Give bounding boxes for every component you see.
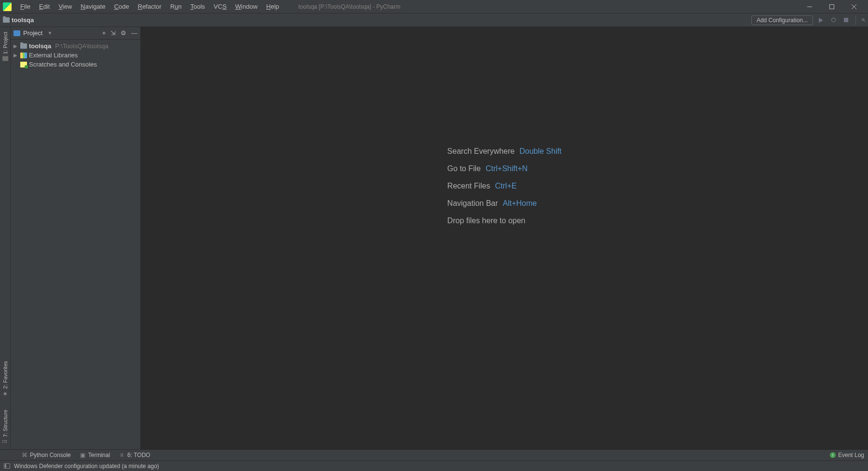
gutter-tab-project-label: 1: Project	[2, 32, 8, 54]
libraries-icon	[20, 53, 27, 58]
left-tool-gutter: 1: Project ★ 2: Favorites ⠿ 7: Structure	[0, 27, 11, 449]
breadcrumb-root: toolsqa	[12, 16, 34, 24]
tool-event-log-label: Event Log	[838, 452, 864, 458]
hint-go-to-file: Go to File Ctrl+Shift+N	[448, 164, 528, 173]
hint-shortcut: Double Shift	[519, 147, 561, 156]
close-button[interactable]	[843, 0, 865, 13]
event-badge-icon: !	[830, 452, 836, 458]
bottom-tool-strip: ⌘ Python Console ▣ Terminal ≡ 6: TODO ! …	[0, 449, 868, 460]
tool-terminal[interactable]: ▣ Terminal	[80, 452, 110, 458]
menu-edit[interactable]: Edit	[35, 1, 54, 12]
hint-label: Navigation Bar	[448, 199, 498, 208]
project-tab-icon	[2, 56, 8, 61]
svg-point-10	[862, 19, 864, 21]
chevron-down-icon[interactable]: ▼	[47, 30, 52, 36]
menu-vcs[interactable]: VCS	[210, 1, 231, 12]
hint-label: Go to File	[448, 164, 481, 173]
hint-search-everywhere: Search Everywhere Double Shift	[448, 147, 562, 156]
tool-python-console-label: Python Console	[30, 452, 71, 458]
menu-help[interactable]: Help	[262, 1, 283, 12]
minimize-button[interactable]	[799, 0, 821, 13]
maximize-button[interactable]	[821, 0, 843, 13]
menu-file[interactable]: File	[16, 1, 34, 12]
hint-shortcut: Ctrl+Shift+N	[486, 164, 528, 173]
locate-icon[interactable]: ⌖	[102, 29, 106, 37]
project-header-icon	[14, 30, 20, 36]
gutter-tab-structure[interactable]: ⠿ 7: Structure	[1, 407, 10, 446]
hint-recent-files: Recent Files Ctrl+E	[448, 182, 517, 190]
project-root-path: P:\ToolsQA\toolsqa	[55, 42, 108, 50]
hint-drop-files: Drop files here to open	[448, 216, 526, 225]
breadcrumb[interactable]: toolsqa	[3, 16, 34, 24]
svg-marker-4	[819, 18, 823, 23]
project-panel-header: Project ▼ ⌖ ⇲ ⚙ —	[11, 27, 140, 40]
project-panel-title[interactable]: Project	[23, 29, 42, 37]
expand-arrow-icon[interactable]: ▶	[14, 43, 18, 49]
hint-label: Recent Files	[448, 182, 490, 190]
svg-point-5	[831, 18, 835, 22]
editor-hints: Search Everywhere Double Shift Go to Fil…	[448, 143, 562, 229]
structure-icon: ⠿	[2, 439, 9, 444]
status-message: Windows Defender configuration updated (…	[14, 463, 159, 470]
stop-icon[interactable]	[841, 15, 851, 25]
search-icon[interactable]	[855, 15, 865, 25]
tree-row-scratches[interactable]: ▶ Scratches and Consoles	[11, 60, 140, 69]
hide-panel-icon[interactable]: —	[131, 29, 137, 37]
hint-shortcut: Alt+Home	[503, 199, 537, 208]
navigation-bar: toolsqa Add Configuration...	[0, 13, 868, 27]
menu-view[interactable]: View	[54, 1, 76, 12]
toolwindow-toggle-icon[interactable]	[4, 463, 10, 469]
menu-window[interactable]: Window	[231, 1, 261, 12]
add-configuration-button[interactable]: Add Configuration...	[751, 15, 813, 25]
gutter-tab-structure-label: 7: Structure	[2, 410, 8, 437]
tool-event-log[interactable]: ! Event Log	[830, 452, 864, 458]
svg-rect-9	[844, 18, 848, 22]
run-icon[interactable]	[816, 15, 826, 25]
external-libraries-label: External Libraries	[29, 52, 78, 59]
svg-rect-1	[830, 4, 834, 9]
todo-icon: ≡	[119, 452, 125, 458]
star-icon: ★	[2, 390, 9, 397]
hint-shortcut: Ctrl+E	[495, 182, 517, 190]
expand-arrow-icon[interactable]: ▶	[14, 53, 18, 58]
project-tree: ▶ toolsqa P:\ToolsQA\toolsqa ▶ External …	[11, 40, 140, 71]
hint-label: Search Everywhere	[448, 147, 515, 156]
hint-navigation-bar: Navigation Bar Alt+Home	[448, 199, 537, 208]
tree-row-external-libraries[interactable]: ▶ External Libraries	[11, 51, 140, 60]
scratches-label: Scratches and Consoles	[29, 61, 97, 68]
debug-icon[interactable]	[828, 15, 838, 25]
tool-terminal-label: Terminal	[88, 452, 110, 458]
window-controls	[799, 0, 865, 13]
window-title: toolsqa [P:\ToolsQA\toolsqa] - PyCharm	[298, 3, 400, 10]
tool-todo-label: 6: TODO	[127, 452, 150, 458]
gear-icon[interactable]: ⚙	[121, 29, 126, 37]
scratches-icon	[20, 62, 27, 67]
tool-python-console[interactable]: ⌘ Python Console	[21, 452, 71, 458]
gutter-tab-favorites-label: 2: Favorites	[2, 361, 8, 389]
folder-icon	[3, 17, 10, 23]
project-tool-window: Project ▼ ⌖ ⇲ ⚙ — ▶ toolsqa P:\ToolsQA\t…	[11, 27, 141, 449]
editor-empty-state[interactable]: Search Everywhere Double Shift Go to Fil…	[141, 27, 868, 449]
hint-label: Drop files here to open	[448, 216, 526, 225]
menu-refactor[interactable]: Refactor	[134, 1, 165, 12]
gutter-tab-project[interactable]: 1: Project	[1, 29, 9, 64]
menu-bar: File Edit View Navigate Code Refactor Ru…	[0, 0, 868, 13]
python-console-icon: ⌘	[21, 452, 27, 458]
menu-navigate[interactable]: Navigate	[77, 1, 109, 12]
svg-line-11	[864, 20, 865, 21]
gutter-tab-favorites[interactable]: ★ 2: Favorites	[1, 358, 10, 400]
status-bar: Windows Defender configuration updated (…	[0, 460, 868, 471]
menu-code[interactable]: Code	[110, 1, 133, 12]
tool-todo[interactable]: ≡ 6: TODO	[119, 452, 150, 458]
folder-icon	[20, 43, 27, 49]
project-root-name: toolsqa	[29, 42, 51, 50]
terminal-icon: ▣	[80, 452, 86, 458]
pycharm-app-icon	[3, 2, 12, 11]
tree-row-project-root[interactable]: ▶ toolsqa P:\ToolsQA\toolsqa	[11, 41, 140, 51]
main-area: 1: Project ★ 2: Favorites ⠿ 7: Structure…	[0, 27, 868, 449]
collapse-icon[interactable]: ⇲	[110, 29, 116, 37]
menu-tools[interactable]: Tools	[187, 1, 209, 12]
menu-run[interactable]: Run	[166, 1, 186, 12]
